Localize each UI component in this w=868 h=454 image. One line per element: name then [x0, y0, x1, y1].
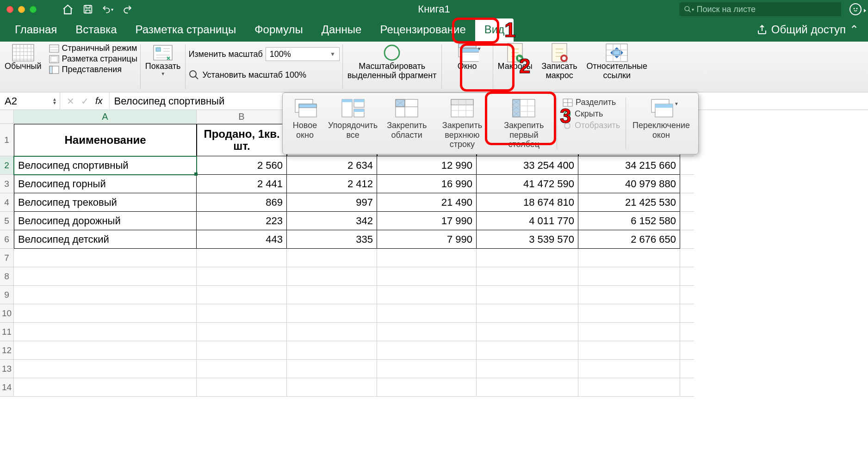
cell[interactable]: [14, 304, 197, 323]
cell[interactable]: [377, 323, 477, 341]
cell[interactable]: 33 254 400: [477, 156, 578, 175]
row-header[interactable]: 5: [0, 212, 14, 230]
namebox-spinner-icon[interactable]: ▲▼: [52, 98, 57, 105]
cell[interactable]: [578, 378, 680, 397]
cell[interactable]: [377, 267, 477, 286]
cell[interactable]: [477, 378, 578, 397]
cell[interactable]: [14, 341, 197, 360]
cell[interactable]: 3 539 570: [477, 230, 578, 249]
cell[interactable]: 997: [287, 193, 377, 212]
cell[interactable]: [287, 249, 377, 267]
cell[interactable]: [287, 341, 377, 360]
select-all-corner[interactable]: [0, 110, 14, 124]
search-input[interactable]: [697, 5, 837, 14]
freeze-panes-button[interactable]: Закрепитьобласти: [382, 96, 431, 151]
freeze-top-row-button[interactable]: Закрепитьверхнюю строку: [431, 96, 493, 151]
cell[interactable]: 6 152 580: [578, 212, 680, 230]
zoom-dropdown[interactable]: 100%▼: [266, 47, 340, 61]
cell[interactable]: [578, 360, 680, 378]
cell[interactable]: 2 676 650: [578, 230, 680, 249]
cell[interactable]: [578, 267, 680, 286]
cell[interactable]: [287, 378, 377, 397]
row-header[interactable]: 8: [0, 267, 14, 286]
cell[interactable]: [377, 378, 477, 397]
cell[interactable]: [197, 378, 287, 397]
cell[interactable]: 2 560: [197, 156, 287, 175]
cell[interactable]: 4 011 770: [477, 212, 578, 230]
cell[interactable]: [578, 304, 680, 323]
tab-layout[interactable]: Разметка страницы: [126, 18, 246, 42]
row-header[interactable]: 2: [0, 156, 14, 175]
cell[interactable]: [14, 249, 197, 267]
cell[interactable]: 18 674 810: [477, 193, 578, 212]
cell[interactable]: 34 215 660: [578, 156, 680, 175]
new-window-button[interactable]: Новоеокно: [286, 96, 323, 151]
undo-icon[interactable]: ▾: [102, 4, 113, 15]
cell[interactable]: [14, 360, 197, 378]
cell[interactable]: [377, 249, 477, 267]
cell[interactable]: [377, 286, 477, 304]
header-cell[interactable]: Продано, 1кв. шт.: [197, 124, 287, 156]
search-box[interactable]: ▾: [679, 2, 841, 16]
arrange-all-button[interactable]: Упорядочитьвсе: [323, 96, 382, 151]
cell[interactable]: 342: [287, 212, 377, 230]
header-cell[interactable]: Наименование: [14, 124, 197, 156]
cell[interactable]: [377, 304, 477, 323]
cell[interactable]: [578, 341, 680, 360]
cell[interactable]: Велосипед горный: [14, 175, 197, 193]
cell[interactable]: Велосипед трековый: [14, 193, 197, 212]
cell[interactable]: [197, 267, 287, 286]
cell[interactable]: [477, 304, 578, 323]
col-header-a[interactable]: A: [14, 110, 197, 124]
relative-references-button[interactable]: Относительные ссылки: [582, 42, 652, 92]
cell[interactable]: 869: [197, 193, 287, 212]
cell[interactable]: 7 990: [377, 230, 477, 249]
cell[interactable]: [287, 286, 377, 304]
cell[interactable]: [197, 249, 287, 267]
cell[interactable]: [578, 286, 680, 304]
row-header[interactable]: 11: [0, 323, 14, 341]
cell[interactable]: 2 412: [287, 175, 377, 193]
cell[interactable]: [578, 323, 680, 341]
cell[interactable]: [14, 286, 197, 304]
cell[interactable]: [477, 341, 578, 360]
cell[interactable]: 12 990: [377, 156, 477, 175]
cell[interactable]: [287, 304, 377, 323]
cell[interactable]: 2 634: [287, 156, 377, 175]
view-normal-button[interactable]: Обычный: [0, 42, 46, 92]
row-header[interactable]: 10: [0, 304, 14, 323]
share-button[interactable]: Общий доступ ⌃: [756, 23, 859, 36]
row-header[interactable]: 6: [0, 230, 14, 249]
record-macro-button[interactable]: Записать макрос: [537, 42, 582, 92]
tab-formulas[interactable]: Формулы: [245, 18, 312, 42]
save-icon[interactable]: [82, 4, 93, 15]
page-break-preview-button[interactable]: Страничный режим: [49, 43, 137, 53]
row-header[interactable]: 9: [0, 286, 14, 304]
cell[interactable]: 2 441: [197, 175, 287, 193]
cell[interactable]: 335: [287, 230, 377, 249]
split-button[interactable]: Разделить: [563, 98, 620, 107]
tab-insert[interactable]: Вставка: [66, 18, 126, 42]
cell[interactable]: [14, 378, 197, 397]
cell[interactable]: [578, 249, 680, 267]
name-box[interactable]: A2 ▲▼: [0, 92, 60, 110]
cell[interactable]: 443: [197, 230, 287, 249]
fx-icon[interactable]: fx: [95, 96, 103, 106]
hide-button[interactable]: Скрыть: [563, 109, 620, 119]
row-header[interactable]: 13: [0, 360, 14, 378]
cell[interactable]: 16 990: [377, 175, 477, 193]
minimize-window-button[interactable]: [18, 6, 25, 13]
close-window-button[interactable]: [6, 6, 13, 13]
row-header[interactable]: 3: [0, 175, 14, 193]
row-header[interactable]: 12: [0, 341, 14, 360]
cell[interactable]: Велосипед детский: [14, 230, 197, 249]
collapse-ribbon-icon[interactable]: ⌃: [849, 23, 859, 36]
feedback-icon[interactable]: [849, 3, 862, 15]
cell[interactable]: [477, 360, 578, 378]
cell[interactable]: [197, 341, 287, 360]
zoom-to-selection-button[interactable]: Масштабировать выделенный фрагмент: [343, 42, 441, 92]
cell[interactable]: 223: [197, 212, 287, 230]
show-button[interactable]: Показать ▼: [141, 42, 186, 92]
cell[interactable]: [14, 323, 197, 341]
fullscreen-window-button[interactable]: [30, 6, 37, 13]
